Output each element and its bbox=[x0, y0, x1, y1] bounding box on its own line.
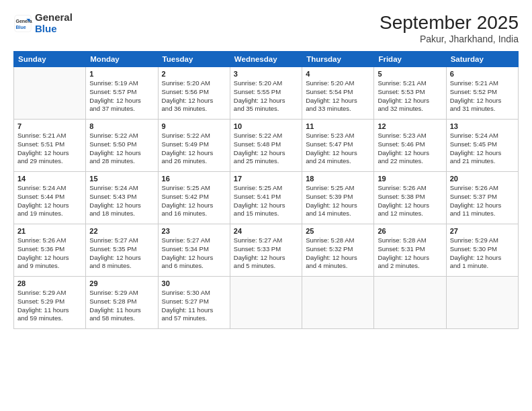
calendar-cell: 8Sunrise: 5:22 AM Sunset: 5:50 PM Daylig… bbox=[86, 120, 158, 172]
month-title: September 2025 bbox=[380, 12, 519, 34]
day-info: Sunrise: 5:27 AM Sunset: 5:35 PM Dayligh… bbox=[89, 236, 154, 271]
page: General Blue General Blue September 2025… bbox=[0, 0, 532, 411]
calendar-cell: 2Sunrise: 5:20 AM Sunset: 5:56 PM Daylig… bbox=[158, 67, 230, 120]
day-info: Sunrise: 5:25 AM Sunset: 5:41 PM Dayligh… bbox=[234, 184, 298, 218]
day-info: Sunrise: 5:26 AM Sunset: 5:37 PM Dayligh… bbox=[450, 184, 515, 218]
day-number: 23 bbox=[162, 227, 226, 235]
calendar-cell: 30Sunrise: 5:30 AM Sunset: 5:27 PM Dayli… bbox=[158, 277, 230, 329]
calendar-cell: 4Sunrise: 5:20 AM Sunset: 5:54 PM Daylig… bbox=[302, 67, 374, 120]
day-info: Sunrise: 5:28 AM Sunset: 5:31 PM Dayligh… bbox=[378, 236, 442, 271]
day-number: 26 bbox=[378, 227, 442, 235]
weekday-header-saturday: Saturday bbox=[446, 52, 518, 67]
day-info: Sunrise: 5:29 AM Sunset: 5:28 PM Dayligh… bbox=[89, 289, 154, 323]
logo-text: General Blue bbox=[35, 12, 73, 34]
day-number: 17 bbox=[234, 175, 298, 183]
day-number: 21 bbox=[17, 227, 82, 235]
calendar-cell bbox=[14, 67, 86, 120]
day-info: Sunrise: 5:30 AM Sunset: 5:27 PM Dayligh… bbox=[162, 289, 226, 323]
day-info: Sunrise: 5:22 AM Sunset: 5:49 PM Dayligh… bbox=[162, 132, 226, 166]
day-info: Sunrise: 5:20 AM Sunset: 5:55 PM Dayligh… bbox=[234, 79, 298, 113]
calendar-table: SundayMondayTuesdayWednesdayThursdayFrid… bbox=[13, 51, 519, 329]
calendar-cell: 21Sunrise: 5:26 AM Sunset: 5:36 PM Dayli… bbox=[14, 224, 86, 277]
logo-general-text: General bbox=[35, 12, 73, 24]
weekday-header-friday: Friday bbox=[374, 52, 446, 67]
calendar-cell: 16Sunrise: 5:25 AM Sunset: 5:42 PM Dayli… bbox=[158, 172, 230, 224]
day-info: Sunrise: 5:21 AM Sunset: 5:52 PM Dayligh… bbox=[450, 79, 515, 113]
title-block: September 2025 Pakur, Jharkhand, India bbox=[380, 12, 519, 44]
day-info: Sunrise: 5:24 AM Sunset: 5:45 PM Dayligh… bbox=[450, 132, 515, 166]
calendar-cell bbox=[446, 277, 518, 329]
day-number: 14 bbox=[17, 175, 82, 183]
day-number: 1 bbox=[89, 70, 154, 78]
day-number: 16 bbox=[162, 175, 226, 183]
day-number: 9 bbox=[162, 122, 226, 130]
day-number: 2 bbox=[162, 70, 226, 78]
calendar-cell: 12Sunrise: 5:23 AM Sunset: 5:46 PM Dayli… bbox=[374, 120, 446, 172]
day-info: Sunrise: 5:20 AM Sunset: 5:56 PM Dayligh… bbox=[162, 79, 226, 113]
weekday-header-thursday: Thursday bbox=[302, 52, 374, 67]
day-number: 19 bbox=[378, 175, 442, 183]
calendar-cell: 15Sunrise: 5:24 AM Sunset: 5:43 PM Dayli… bbox=[86, 172, 158, 224]
week-row-4: 21Sunrise: 5:26 AM Sunset: 5:36 PM Dayli… bbox=[14, 224, 519, 277]
calendar-cell: 19Sunrise: 5:26 AM Sunset: 5:38 PM Dayli… bbox=[374, 172, 446, 224]
calendar-cell: 23Sunrise: 5:27 AM Sunset: 5:34 PM Dayli… bbox=[158, 224, 230, 277]
day-info: Sunrise: 5:21 AM Sunset: 5:53 PM Dayligh… bbox=[378, 79, 442, 113]
day-number: 3 bbox=[234, 70, 298, 78]
calendar-cell bbox=[374, 277, 446, 329]
day-info: Sunrise: 5:22 AM Sunset: 5:50 PM Dayligh… bbox=[89, 132, 154, 166]
week-row-5: 28Sunrise: 5:29 AM Sunset: 5:29 PM Dayli… bbox=[14, 277, 519, 329]
calendar-cell bbox=[230, 277, 302, 329]
calendar-cell: 3Sunrise: 5:20 AM Sunset: 5:55 PM Daylig… bbox=[230, 67, 302, 120]
day-number: 15 bbox=[89, 175, 154, 183]
weekday-header-sunday: Sunday bbox=[14, 52, 86, 67]
day-number: 8 bbox=[89, 122, 154, 130]
week-row-3: 14Sunrise: 5:24 AM Sunset: 5:44 PM Dayli… bbox=[14, 172, 519, 224]
header: General Blue General Blue September 2025… bbox=[13, 12, 519, 44]
day-number: 22 bbox=[89, 227, 154, 235]
day-number: 24 bbox=[234, 227, 298, 235]
day-info: Sunrise: 5:29 AM Sunset: 5:30 PM Dayligh… bbox=[450, 236, 515, 271]
calendar-cell: 27Sunrise: 5:29 AM Sunset: 5:30 PM Dayli… bbox=[446, 224, 518, 277]
day-info: Sunrise: 5:19 AM Sunset: 5:57 PM Dayligh… bbox=[89, 79, 154, 113]
day-info: Sunrise: 5:24 AM Sunset: 5:44 PM Dayligh… bbox=[17, 184, 82, 218]
calendar-cell: 5Sunrise: 5:21 AM Sunset: 5:53 PM Daylig… bbox=[374, 67, 446, 120]
day-info: Sunrise: 5:22 AM Sunset: 5:48 PM Dayligh… bbox=[234, 132, 298, 166]
calendar-cell: 26Sunrise: 5:28 AM Sunset: 5:31 PM Dayli… bbox=[374, 224, 446, 277]
day-info: Sunrise: 5:23 AM Sunset: 5:47 PM Dayligh… bbox=[306, 132, 370, 166]
day-info: Sunrise: 5:27 AM Sunset: 5:34 PM Dayligh… bbox=[162, 236, 226, 271]
week-row-1: 1Sunrise: 5:19 AM Sunset: 5:57 PM Daylig… bbox=[14, 67, 519, 120]
calendar-cell: 25Sunrise: 5:28 AM Sunset: 5:32 PM Dayli… bbox=[302, 224, 374, 277]
calendar-cell: 17Sunrise: 5:25 AM Sunset: 5:41 PM Dayli… bbox=[230, 172, 302, 224]
day-number: 18 bbox=[306, 175, 370, 183]
day-number: 28 bbox=[17, 279, 82, 287]
calendar-cell: 22Sunrise: 5:27 AM Sunset: 5:35 PM Dayli… bbox=[86, 224, 158, 277]
logo-icon: General Blue bbox=[13, 14, 32, 33]
day-number: 29 bbox=[89, 279, 154, 287]
week-row-2: 7Sunrise: 5:21 AM Sunset: 5:51 PM Daylig… bbox=[14, 120, 519, 172]
calendar-cell: 29Sunrise: 5:29 AM Sunset: 5:28 PM Dayli… bbox=[86, 277, 158, 329]
calendar-cell: 28Sunrise: 5:29 AM Sunset: 5:29 PM Dayli… bbox=[14, 277, 86, 329]
calendar-cell: 9Sunrise: 5:22 AM Sunset: 5:49 PM Daylig… bbox=[158, 120, 230, 172]
day-number: 4 bbox=[306, 70, 370, 78]
calendar-cell: 18Sunrise: 5:25 AM Sunset: 5:39 PM Dayli… bbox=[302, 172, 374, 224]
day-number: 30 bbox=[162, 279, 226, 287]
day-info: Sunrise: 5:23 AM Sunset: 5:46 PM Dayligh… bbox=[378, 132, 442, 166]
day-number: 5 bbox=[378, 70, 442, 78]
calendar-cell: 6Sunrise: 5:21 AM Sunset: 5:52 PM Daylig… bbox=[446, 67, 518, 120]
weekday-header-wednesday: Wednesday bbox=[230, 52, 302, 67]
svg-text:Blue: Blue bbox=[16, 24, 26, 29]
day-number: 12 bbox=[378, 122, 442, 130]
logo: General Blue General Blue bbox=[13, 12, 73, 34]
day-number: 25 bbox=[306, 227, 370, 235]
calendar-cell: 1Sunrise: 5:19 AM Sunset: 5:57 PM Daylig… bbox=[86, 67, 158, 120]
day-number: 7 bbox=[17, 122, 82, 130]
calendar-cell: 13Sunrise: 5:24 AM Sunset: 5:45 PM Dayli… bbox=[446, 120, 518, 172]
weekday-header-tuesday: Tuesday bbox=[158, 52, 230, 67]
day-info: Sunrise: 5:25 AM Sunset: 5:42 PM Dayligh… bbox=[162, 184, 226, 218]
location: Pakur, Jharkhand, India bbox=[380, 34, 519, 44]
calendar-cell: 7Sunrise: 5:21 AM Sunset: 5:51 PM Daylig… bbox=[14, 120, 86, 172]
day-info: Sunrise: 5:20 AM Sunset: 5:54 PM Dayligh… bbox=[306, 79, 370, 113]
day-info: Sunrise: 5:26 AM Sunset: 5:38 PM Dayligh… bbox=[378, 184, 442, 218]
day-number: 13 bbox=[450, 122, 515, 130]
weekday-header-row: SundayMondayTuesdayWednesdayThursdayFrid… bbox=[14, 52, 519, 67]
